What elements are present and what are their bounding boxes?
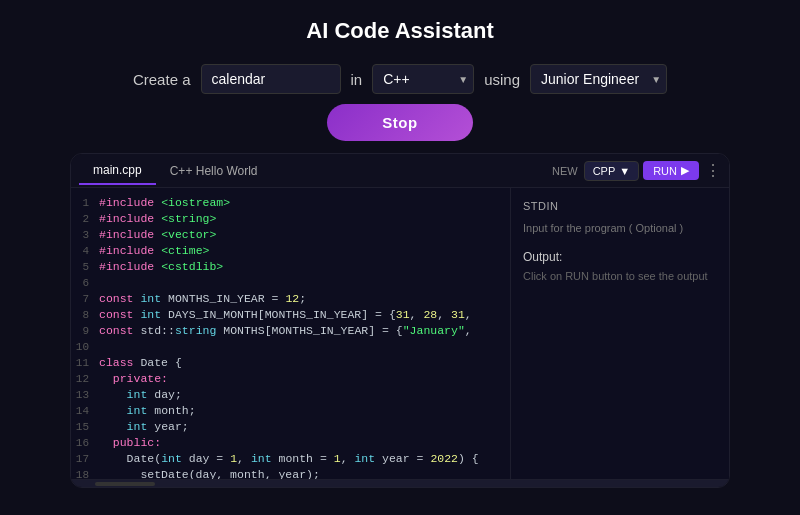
app-container: AI Code Assistant Create a in C++ Python…	[0, 0, 800, 488]
skill-select-wrapper: Junior Engineer Senior Engineer Expert	[530, 64, 667, 94]
header: AI Code Assistant	[0, 0, 800, 54]
table-row: 15 int year;	[71, 420, 510, 436]
table-row: 8 const int DAYS_IN_MONTH[MONTHS_IN_YEAR…	[71, 308, 510, 324]
table-row: 7 const int MONTHS_IN_YEAR = 12;	[71, 292, 510, 308]
app-title: AI Code Assistant	[306, 18, 493, 43]
table-row: 3 #include <vector>	[71, 228, 510, 244]
more-options-icon[interactable]: ⋮	[705, 161, 721, 180]
skill-select[interactable]: Junior Engineer Senior Engineer Expert	[530, 64, 667, 94]
create-label: Create a	[133, 71, 191, 88]
table-row: 10	[71, 340, 510, 356]
table-row: 9 const std::string MONTHS[MONTHS_IN_YEA…	[71, 324, 510, 340]
output-label: Output:	[523, 250, 717, 264]
stop-button[interactable]: Stop	[327, 104, 472, 141]
table-row: 16 public:	[71, 436, 510, 452]
cpp-button[interactable]: CPP ▼	[584, 161, 640, 181]
run-button[interactable]: RUN ▶	[643, 161, 699, 180]
run-label: RUN	[653, 165, 677, 177]
table-row: 1 #include <iostream>	[71, 196, 510, 212]
output-panel: STDIN Output: Click on RUN button to see…	[511, 188, 729, 479]
table-row: 13 int day;	[71, 388, 510, 404]
code-type-input[interactable]	[201, 64, 341, 94]
table-row: 5 #include <cstdlib>	[71, 260, 510, 276]
editor-body: 1 #include <iostream> 2 #include <string…	[71, 188, 729, 479]
horizontal-scrollbar[interactable]	[71, 479, 729, 487]
controls-row: Create a in C++ Python JavaScript Java u…	[0, 64, 800, 94]
tab-hello-world[interactable]: C++ Hello World	[156, 158, 272, 184]
cpp-label: CPP	[593, 165, 616, 177]
new-badge: NEW	[552, 165, 578, 177]
table-row: 14 int month;	[71, 404, 510, 420]
stdin-label: STDIN	[523, 200, 717, 212]
table-row: 17 Date(int day = 1, int month = 1, int …	[71, 452, 510, 468]
table-row: 12 private:	[71, 372, 510, 388]
stdin-input[interactable]	[523, 222, 717, 234]
table-row: 18 setDate(day, month, year);	[71, 468, 510, 479]
cpp-chevron-icon: ▼	[619, 165, 630, 177]
table-row: 11 class Date {	[71, 356, 510, 372]
run-play-icon: ▶	[681, 164, 689, 177]
using-label: using	[484, 71, 520, 88]
language-select[interactable]: C++ Python JavaScript Java	[372, 64, 474, 94]
code-panel[interactable]: 1 #include <iostream> 2 #include <string…	[71, 188, 511, 479]
table-row: 4 #include <ctime>	[71, 244, 510, 260]
editor-tabs: main.cpp C++ Hello World NEW CPP ▼ RUN ▶…	[71, 154, 729, 188]
editor-container: main.cpp C++ Hello World NEW CPP ▼ RUN ▶…	[70, 153, 730, 488]
table-row: 6	[71, 276, 510, 292]
scrollbar-thumb[interactable]	[95, 482, 155, 486]
output-text: Click on RUN button to see the output	[523, 270, 717, 282]
in-label: in	[351, 71, 363, 88]
tab-main-cpp[interactable]: main.cpp	[79, 157, 156, 185]
table-row: 2 #include <string>	[71, 212, 510, 228]
language-select-wrapper: C++ Python JavaScript Java	[372, 64, 474, 94]
